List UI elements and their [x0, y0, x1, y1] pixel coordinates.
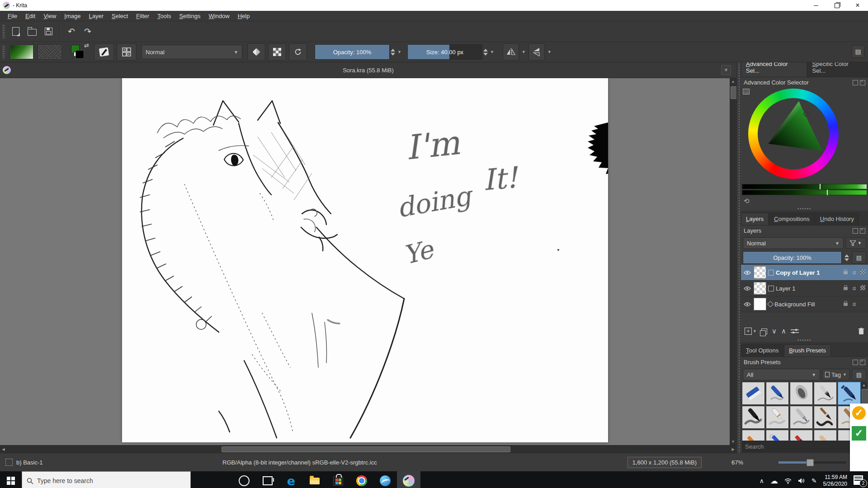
swap-colors-icon[interactable]: ⇄ [84, 42, 89, 49]
layer-row[interactable]: Copy of Layer 1 α [741, 265, 868, 281]
menu-image[interactable]: Image [60, 13, 85, 19]
alpha-lock-icon[interactable]: α [851, 285, 858, 291]
tab-layers[interactable]: Layers [741, 213, 769, 225]
visibility-eye-icon[interactable] [743, 286, 752, 291]
layer-filter-button[interactable]: ▼ [845, 237, 866, 249]
inherit-alpha-icon[interactable] [859, 285, 866, 291]
task-view-button[interactable] [256, 471, 279, 488]
tag-button[interactable]: Tag ▼ [822, 369, 850, 380]
taskbar-search-box[interactable]: Type here to search [22, 471, 191, 488]
scroll-right-arrow[interactable]: ▶ [730, 446, 736, 453]
alpha-lock-icon[interactable]: α [851, 301, 858, 307]
menu-layer[interactable]: Layer [85, 13, 108, 19]
open-document-button[interactable] [25, 25, 39, 38]
menu-filter[interactable]: Filter [132, 13, 153, 19]
scroll-left-arrow[interactable]: ◀ [0, 446, 7, 453]
layer-name[interactable]: Background Fill [774, 301, 840, 308]
opacity-spinner[interactable] [391, 49, 395, 56]
menu-file[interactable]: File [4, 13, 21, 19]
tab-brush-presets[interactable]: Brush Presets [784, 344, 831, 357]
vertical-scroll-thumb[interactable] [731, 86, 736, 99]
float-layers-icon[interactable] [853, 228, 858, 234]
preset-view-mode-button[interactable]: ▤ [852, 369, 866, 380]
zoom-slider[interactable] [778, 461, 846, 464]
layer-properties-button[interactable] [791, 328, 799, 334]
horizontal-scroll-thumb[interactable] [222, 446, 510, 452]
layer-opacity-slider[interactable]: Opacity: 100% [743, 251, 842, 264]
krita-taskbar-button[interactable] [397, 471, 420, 488]
menu-window[interactable]: Window [204, 13, 233, 19]
brush-preset-blue-ballpoint[interactable] [766, 430, 789, 441]
size-options-caret[interactable]: ▼ [490, 50, 494, 54]
brush-preset-selected[interactable] [838, 382, 861, 405]
restore-button[interactable] [826, 0, 847, 11]
layer-blending-mode-dropdown[interactable]: Normal ▼ [743, 237, 844, 249]
undo-button[interactable]: ↶ [65, 25, 78, 38]
image-size-box[interactable]: 1,600 x 1,200 (55.8 MiB) [627, 457, 702, 468]
menu-settings[interactable]: Settings [175, 13, 204, 19]
inherit-alpha-icon[interactable] [859, 269, 866, 276]
tab-undo-history[interactable]: Undo History [815, 213, 859, 225]
brush-preset-paintbrush[interactable] [814, 406, 837, 429]
alpha-lock-icon[interactable]: α [851, 269, 858, 276]
menu-view[interactable]: View [39, 13, 60, 19]
choose-workspace-button[interactable] [117, 43, 137, 61]
brush-preset-white-pen[interactable] [766, 406, 789, 429]
tab-tool-options[interactable]: Tool Options [741, 344, 783, 357]
saturation-value-triangle[interactable] [748, 89, 839, 179]
layer-thumbnail[interactable] [754, 298, 766, 310]
opacity-slider[interactable]: Opacity: 100% [315, 44, 390, 60]
docker-resize-handle[interactable]: •••••• [741, 338, 868, 342]
start-button[interactable] [0, 471, 22, 488]
antivirus-notification-overlay[interactable]: ✓ ✓ [850, 404, 868, 471]
scroll-down-arrow[interactable]: ▼ [730, 438, 736, 445]
layer-thumbnail[interactable] [754, 266, 766, 279]
layer-row[interactable]: Layer 1 α [741, 281, 868, 296]
hidden-icons-chevron[interactable]: ∧ [760, 477, 764, 484]
layer-name[interactable]: Layer 1 [776, 285, 840, 292]
color-history-icon[interactable]: ⟲ [744, 197, 750, 205]
brush-preset-tan-marker[interactable] [814, 430, 837, 441]
preserve-alpha-button[interactable] [268, 43, 286, 61]
layer-view-options-button[interactable]: ▤ [852, 251, 866, 264]
minimize-button[interactable] [806, 0, 826, 11]
redo-button[interactable]: ↷ [81, 25, 94, 38]
size-slider[interactable]: Size: 40.00 px [407, 44, 482, 60]
toolbar-drag-handle-2[interactable] [2, 45, 5, 59]
scroll-up-arrow[interactable]: ▲ [730, 78, 736, 85]
delete-layer-button[interactable] [858, 328, 864, 335]
move-layer-down-button[interactable]: ∨ [772, 327, 777, 335]
lock-icon[interactable] [842, 301, 849, 307]
brush-preset-soft-round[interactable] [790, 382, 813, 405]
gradient-chooser[interactable] [9, 44, 34, 60]
brush-preset-marker[interactable] [766, 382, 789, 405]
visibility-eye-icon[interactable] [743, 270, 752, 275]
zoom-slider-handle[interactable] [807, 459, 814, 466]
saturation-strip[interactable] [742, 190, 867, 195]
save-button[interactable] [42, 25, 55, 38]
mirror-vertical-caret[interactable]: ▼ [547, 50, 552, 54]
opacity-options-caret[interactable]: ▼ [397, 50, 401, 54]
duplicate-layer-button[interactable] [761, 328, 767, 334]
pattern-chooser[interactable] [38, 44, 62, 60]
wifi-icon[interactable] [784, 478, 792, 484]
pen-settings-icon[interactable]: ✎ [811, 477, 817, 484]
brush-tag-filter-dropdown[interactable]: All ▼ [743, 369, 820, 380]
move-layer-up-button[interactable]: ∧ [781, 327, 786, 335]
canvas[interactable]: I'm It! doing Ye [122, 78, 608, 442]
horizontal-scrollbar[interactable]: ◀ ▶ [0, 445, 736, 453]
size-spinner[interactable] [483, 49, 488, 56]
chrome-button[interactable] [350, 471, 373, 488]
mirror-horizontal-caret[interactable]: ▼ [522, 50, 526, 54]
toolbar-drag-handle[interactable] [2, 24, 5, 39]
docker-splitter[interactable] [736, 62, 741, 453]
action-center-button[interactable]: 2 [854, 475, 865, 486]
add-layer-button[interactable]: +▼ [745, 328, 757, 335]
reload-original-preset-button[interactable] [289, 43, 307, 61]
float-brush-docker-icon[interactable] [853, 360, 858, 365]
layer-row[interactable]: Background Fill α [741, 296, 868, 312]
close-docker-icon[interactable] [860, 80, 865, 85]
menu-tools[interactable]: Tools [153, 13, 175, 19]
visibility-eye-icon[interactable] [743, 302, 752, 307]
docker-resize-handle[interactable]: •••••• [741, 206, 868, 211]
